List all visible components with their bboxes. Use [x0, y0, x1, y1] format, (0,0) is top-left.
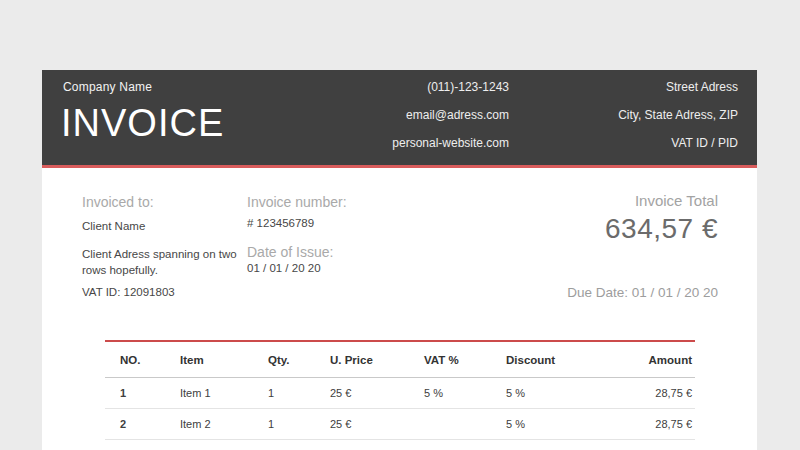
- cell-discount: 5 %: [506, 387, 606, 399]
- col-header-discount: Discount: [506, 354, 606, 366]
- table-row: 2 Item 2 1 25 € 5 % 28,75 €: [105, 409, 695, 440]
- cell-amount: 28,75 €: [606, 387, 692, 399]
- company-vat-id: VAT ID / PID: [618, 129, 738, 157]
- header-contact-block: (011)-123-1243 email@adress.com personal…: [392, 70, 509, 157]
- invoice-total-label: Invoice Total: [605, 192, 718, 209]
- table-row: 1 Item 1 1 25 € 5 % 5 % 28,75 €: [105, 378, 695, 409]
- client-address-line1: Client Adress spanning on two: [82, 246, 262, 262]
- col-header-qty: Qty.: [268, 354, 330, 366]
- company-city: City, State Adress, ZIP: [618, 101, 738, 129]
- line-items-table: NO. Item Qty. U. Price VAT % Discount Am…: [105, 340, 695, 440]
- client-name: Client Name: [82, 220, 145, 232]
- totals-block: Invoice Total 634,57 €: [605, 192, 718, 245]
- col-header-no: NO.: [120, 354, 180, 366]
- col-header-uprice: U. Price: [330, 354, 424, 366]
- invoice-page: Company Name INVOICE (011)-123-1243 emai…: [42, 70, 757, 450]
- cell-qty: 1: [268, 387, 330, 399]
- cell-amount: 28,75 €: [606, 418, 692, 430]
- col-header-vat: VAT %: [424, 354, 506, 366]
- cell-vat: 5 %: [424, 387, 506, 399]
- client-address-line2: rows hopefully.: [82, 262, 262, 278]
- due-date: Due Date: 01 / 01 / 20 20: [567, 285, 718, 300]
- company-street: Street Adress: [618, 73, 738, 101]
- invoice-total-value: 634,57 €: [605, 213, 718, 245]
- invoice-title: INVOICE: [61, 104, 224, 142]
- client-vat-id: VAT ID: 12091803: [82, 286, 175, 298]
- col-header-item: Item: [180, 354, 268, 366]
- invoice-number-value: # 123456789: [247, 217, 314, 229]
- date-of-issue-label: Date of Issue:: [247, 244, 333, 260]
- cell-uprice: 25 €: [330, 418, 424, 430]
- cell-no: 1: [120, 387, 180, 399]
- cell-uprice: 25 €: [330, 387, 424, 399]
- table-header-row: NO. Item Qty. U. Price VAT % Discount Am…: [105, 342, 695, 378]
- company-email: email@adress.com: [392, 101, 509, 129]
- company-name: Company Name: [63, 80, 152, 94]
- cell-no: 2: [120, 418, 180, 430]
- invoice-number-label: Invoice number:: [247, 194, 347, 210]
- cell-item: Item 1: [180, 387, 268, 399]
- company-website: personal-website.com: [392, 129, 509, 157]
- invoice-header-band: Company Name INVOICE (011)-123-1243 emai…: [42, 70, 757, 168]
- header-address-block: Street Adress City, State Adress, ZIP VA…: [618, 70, 738, 157]
- cell-discount: 5 %: [506, 418, 606, 430]
- cell-item: Item 2: [180, 418, 268, 430]
- client-address: Client Adress spanning on two rows hopef…: [82, 246, 262, 278]
- col-header-amount: Amount: [606, 354, 692, 366]
- cell-qty: 1: [268, 418, 330, 430]
- company-phone: (011)-123-1243: [392, 73, 509, 101]
- invoiced-to-label: Invoiced to:: [82, 194, 154, 210]
- date-of-issue-value: 01 / 01 / 20 20: [247, 262, 321, 274]
- invoice-preview-canvas: { "colors": { "canvas_background": "#ebe…: [0, 0, 800, 450]
